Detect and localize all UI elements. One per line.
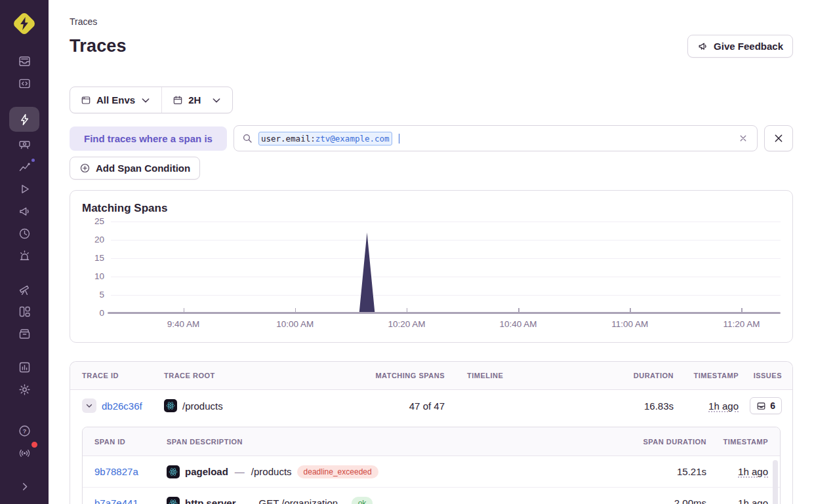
col-trace-id: Trace ID — [82, 372, 164, 379]
trace-row: db26c36f /products 47 of 47 16.83s 1h ag… — [70, 390, 792, 421]
trace-id-link[interactable]: db26c36f — [102, 400, 142, 412]
search-token-key: user.email: — [261, 134, 315, 144]
insights-notification-dot — [30, 157, 36, 163]
sidebar-item-traces[interactable] — [9, 107, 39, 132]
sidebar-item-dashboards[interactable] — [9, 300, 39, 322]
sidebar-item-issues[interactable] — [9, 50, 39, 72]
spans-table: Span ID Span Description Span Duration T… — [82, 427, 781, 504]
svg-text:?: ? — [22, 427, 26, 435]
span-id-link[interactable]: b7a7e441 — [94, 497, 167, 504]
page-title: Traces — [70, 36, 127, 56]
search-token-value: ztv@example.com — [315, 134, 390, 144]
sidebar-collapse-button[interactable] — [9, 475, 39, 497]
trace-duration: 16.83s — [644, 400, 674, 412]
sidebar-item-projects[interactable] — [9, 133, 39, 155]
megaphone-icon — [18, 204, 31, 218]
span-id-link[interactable]: 9b78827a — [94, 466, 167, 477]
projector-icon — [18, 138, 31, 151]
y-tick-label: 0 — [82, 308, 104, 318]
gear-icon — [18, 383, 31, 397]
sidebar-item-history[interactable] — [9, 222, 39, 244]
y-tick-label: 10 — [82, 271, 104, 281]
help-icon: ? — [18, 424, 31, 438]
span-row: 9b78827a pageload — /products deadline_e… — [83, 456, 780, 488]
sidebar-item-broadcast[interactable] — [9, 442, 39, 464]
react-project-icon — [164, 399, 177, 412]
matching-spans-area — [111, 222, 781, 313]
time-range-selector[interactable]: 2H — [162, 87, 232, 113]
sidebar: ? — [0, 0, 49, 504]
page-filter-bar: All Envs 2H — [70, 87, 233, 113]
traces-table: Trace ID Trace Root Matching Spans Timel… — [70, 361, 793, 504]
x-tick-label: 10:20 AM — [388, 319, 425, 329]
x-tick-label: 10:40 AM — [500, 319, 537, 329]
span-status-badge: deadline_exceeded — [297, 465, 378, 478]
span-duration: 15.21s — [677, 466, 706, 477]
environment-selector[interactable]: All Envs — [70, 87, 161, 113]
sidebar-item-archive[interactable] — [9, 322, 39, 345]
spans-scrollbar[interactable] — [773, 460, 778, 504]
x-tick-label: 10:00 AM — [276, 319, 314, 329]
sidebar-item-alerts[interactable] — [9, 244, 39, 267]
collapse-trace-button[interactable] — [82, 398, 96, 413]
x-tick-label: 11:00 AM — [611, 319, 648, 329]
span-search-input[interactable]: user.email:ztv@example.com — [234, 125, 758, 151]
play-icon — [18, 182, 31, 196]
broadcast-icon — [18, 446, 31, 460]
separator: — — [234, 466, 246, 477]
sidebar-item-stats[interactable] — [9, 356, 39, 378]
archive-boxes-icon — [18, 327, 31, 341]
main-content: Traces Traces Give Feedback All Envs 2H … — [49, 0, 814, 504]
sidebar-item-discover[interactable] — [9, 278, 39, 300]
window-icon — [81, 95, 91, 106]
chevron-down-icon — [211, 95, 222, 106]
span-status-badge: ok — [352, 497, 373, 504]
time-range-value: 2H — [188, 94, 201, 106]
y-tick-label: 5 — [82, 290, 104, 300]
close-icon — [773, 133, 784, 144]
spans-table-header: Span ID Span Description Span Duration T… — [83, 427, 780, 456]
sidebar-item-explore[interactable] — [9, 72, 39, 94]
remove-condition-button[interactable] — [764, 125, 793, 151]
sidebar-item-feedback[interactable] — [9, 200, 39, 222]
span-op: http.server — [185, 497, 236, 504]
add-span-condition-button[interactable]: Add Span Condition — [70, 157, 200, 180]
telescope-icon — [18, 282, 31, 296]
search-token[interactable]: user.email:ztv@example.com — [258, 132, 392, 145]
span-duration: 2.00ms — [674, 497, 706, 504]
clear-search-icon[interactable] — [737, 132, 749, 144]
sidebar-item-settings[interactable] — [9, 378, 39, 400]
react-project-icon — [167, 465, 180, 478]
history-clock-icon — [18, 227, 31, 241]
app-logo[interactable] — [10, 9, 39, 38]
chevron-down-icon — [85, 402, 93, 410]
y-tick-label: 20 — [82, 235, 104, 244]
chevron-right-icon — [18, 480, 31, 494]
megaphone-icon — [697, 41, 708, 52]
sidebar-item-help[interactable]: ? — [9, 419, 39, 442]
span-timestamp[interactable]: 1h ago — [738, 497, 768, 504]
chevron-down-icon — [140, 95, 151, 106]
y-tick-label: 15 — [82, 253, 104, 263]
sidebar-item-replays[interactable] — [9, 178, 39, 200]
sentry-logo-icon — [10, 9, 39, 38]
col-trace-root: Trace Root — [164, 372, 369, 379]
traces-table-header: Trace ID Trace Root Matching Spans Timel… — [70, 362, 792, 390]
backend-project-icon — [167, 497, 180, 504]
col-span-description: Span Description — [167, 438, 466, 446]
trace-issues-button[interactable]: 6 — [750, 397, 782, 414]
sidebar-item-insights[interactable] — [9, 155, 39, 178]
span-condition-prefix-label: Find traces where a span is — [70, 126, 227, 151]
span-timestamp[interactable]: 1h ago — [738, 466, 768, 477]
circled-plus-icon — [79, 163, 91, 174]
chart-title: Matching Spans — [82, 202, 781, 215]
breadcrumb[interactable]: Traces — [70, 0, 793, 27]
x-axis-labels: 9:40 AM 10:00 AM 10:20 AM 10:40 AM 11:00… — [111, 313, 781, 336]
x-tick-label: 9:40 AM — [167, 319, 200, 329]
trace-timestamp[interactable]: 1h ago — [708, 400, 739, 412]
siren-icon — [18, 249, 31, 263]
span-row: b7a7e441 http.server — GET /organization… — [83, 488, 780, 504]
col-issues: Issues — [754, 372, 782, 379]
insights-chart-icon — [18, 160, 31, 174]
give-feedback-button[interactable]: Give Feedback — [687, 35, 793, 58]
